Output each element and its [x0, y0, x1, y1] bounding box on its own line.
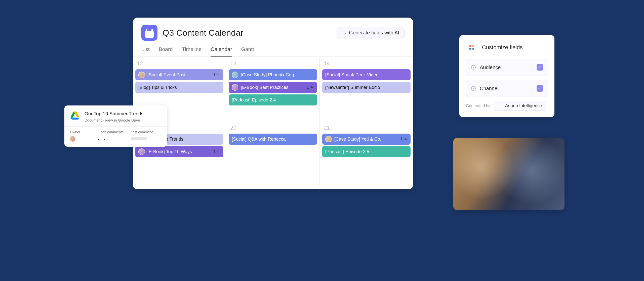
fields-icon	[466, 42, 477, 53]
task-card[interactable]: [E-Book] Best Practices 1	[229, 82, 317, 93]
calendar-cell[interactable]: 20 [Social] Q&A with Rebecca	[226, 121, 319, 185]
calendar-date: 14	[324, 60, 411, 67]
task-card[interactable]: [Social] Q&A with Rebecca	[229, 134, 317, 145]
project-view: Q3 Content Calendar Generate fields with…	[133, 18, 413, 189]
avatar	[138, 72, 145, 78]
drive-file-title: Our Top 10 Summer Trends	[85, 111, 143, 117]
tab-gantt[interactable]: Gantt	[241, 46, 254, 57]
open-comments-value: 3	[98, 136, 129, 141]
last-comment-placeholder	[131, 137, 147, 140]
task-title: [Blog] Tips & Tricks	[138, 85, 177, 90]
subtask-count: 1	[400, 137, 408, 141]
avatar	[232, 72, 238, 78]
task-title: [Case Study] Yeti & Co.	[334, 137, 381, 142]
task-title: [Newsletter] Summer Editio	[325, 85, 380, 90]
task-title: [E-Book] Top 10 Ways...	[147, 149, 196, 154]
view-tabs: List Board Timeline Calendar Gantt	[133, 41, 413, 57]
calendar-date: 20	[230, 125, 317, 131]
calendar-cell[interactable]: 13 [Case Study] Phoenix Corp [E-Book] Be…	[226, 57, 319, 121]
google-drive-attachment-popover[interactable]: Our Top 10 Summer Trends Document · View…	[64, 105, 167, 147]
drive-file-subtitle: Document · View in Google Drive	[85, 118, 143, 122]
avatar	[138, 148, 145, 155]
chevron-circle-icon	[471, 65, 476, 70]
task-title: [Case Study] Phoenix Corp	[241, 72, 295, 78]
calendar-grid: 12 [Social] Event Post 1 [Blog] Tips & T…	[133, 57, 413, 185]
task-title: [Social] Sneak Peek Video	[325, 72, 379, 78]
svg-rect-0	[469, 45, 471, 47]
task-title: [Social] Q&A with Rebecca	[232, 137, 286, 142]
subtask-count: 1	[307, 85, 314, 90]
task-card[interactable]: [Podcast] Episode 2.5	[322, 146, 411, 157]
task-card[interactable]: [Case Study] Phoenix Corp	[229, 69, 317, 80]
generated-by-row: Generated by Asana Intelligence	[466, 101, 548, 111]
calendar-cell[interactable]: 14 [Social] Sneak Peek Video [Newsletter…	[320, 57, 413, 121]
field-label: Channel	[480, 86, 499, 91]
generate-fields-ai-label: Generate fields with AI	[349, 30, 399, 36]
google-drive-icon	[70, 111, 80, 120]
subtask-icon	[310, 86, 314, 89]
field-label: Audience	[480, 65, 501, 70]
task-card[interactable]: [Podcast] Episode 2.4	[229, 94, 317, 105]
chevron-circle-icon	[471, 86, 476, 91]
last-comment-label: Last comment	[131, 130, 162, 134]
task-title: [Podcast] Episode 2.5	[325, 149, 369, 154]
tab-board[interactable]: Board	[159, 46, 173, 57]
avatar	[232, 84, 238, 91]
project-calendar-icon	[141, 25, 157, 41]
sparkle-icon	[498, 104, 503, 108]
tab-list[interactable]: List	[141, 46, 150, 57]
tab-calendar[interactable]: Calendar	[211, 46, 232, 57]
project-title: Q3 Content Calendar	[163, 28, 243, 38]
calendar-column: 13 [Case Study] Phoenix Corp [E-Book] Be…	[226, 57, 319, 185]
field-checkbox[interactable]	[537, 64, 543, 71]
svg-point-5	[471, 86, 476, 91]
subtask-count: 1	[213, 73, 220, 77]
comment-icon	[98, 136, 102, 140]
calendar-date: 12	[137, 60, 223, 67]
task-card[interactable]: [Case Study] Yeti & Co. 1	[322, 134, 411, 145]
calendar-column: 14 [Social] Sneak Peek Video [Newsletter…	[320, 57, 413, 185]
svg-point-4	[471, 65, 476, 70]
task-title: [E-Book] Best Practices	[241, 85, 288, 90]
customize-fields-heading: Customize fields	[466, 42, 548, 53]
owner-avatar	[70, 136, 75, 142]
owner-label: Owner	[70, 130, 96, 134]
customize-fields-panel: Customize fields Audience Channel Genera…	[459, 35, 554, 117]
task-card[interactable]: [Social] Sneak Peek Video	[322, 69, 411, 80]
subtask-icon	[217, 150, 220, 153]
generate-fields-ai-button[interactable]: Generate fields with AI	[337, 27, 405, 38]
calendar-date: 21	[324, 125, 411, 131]
tab-timeline[interactable]: Timeline	[182, 46, 202, 57]
calendar-cell[interactable]: 21 [Case Study] Yeti & Co. 1 [Podcast] E…	[320, 121, 413, 185]
task-title: [Social] Event Post	[147, 72, 185, 78]
field-checkbox[interactable]	[537, 85, 543, 92]
generated-by-label: Generated by	[466, 104, 490, 108]
task-card[interactable]: [Social] Event Post 1	[135, 69, 223, 80]
avatar	[325, 136, 332, 142]
svg-rect-2	[469, 48, 471, 50]
task-title: [Podcast] Episode 2.4	[232, 97, 276, 103]
subtask-icon	[404, 137, 408, 141]
task-card[interactable]: [E-Book] Top 10 Ways... 1	[135, 146, 223, 157]
asana-intelligence-chip[interactable]: Asana Intelligence	[494, 101, 546, 111]
sparkle-icon	[342, 30, 346, 35]
custom-field-row[interactable]: Channel	[466, 80, 548, 97]
project-header: Q3 Content Calendar Generate fields with…	[133, 18, 413, 41]
calendar-date: 13	[230, 60, 317, 67]
subtask-icon	[217, 73, 220, 77]
marketing-photo	[453, 138, 565, 210]
task-card[interactable]: [Blog] Tips & Tricks	[135, 82, 223, 93]
svg-rect-1	[472, 45, 474, 47]
custom-field-row[interactable]: Audience	[466, 59, 548, 76]
subtask-count: 1	[213, 149, 220, 154]
task-card[interactable]: [Newsletter] Summer Editio	[322, 82, 411, 93]
svg-rect-3	[472, 48, 474, 50]
open-comments-label: Open comments	[98, 130, 129, 134]
